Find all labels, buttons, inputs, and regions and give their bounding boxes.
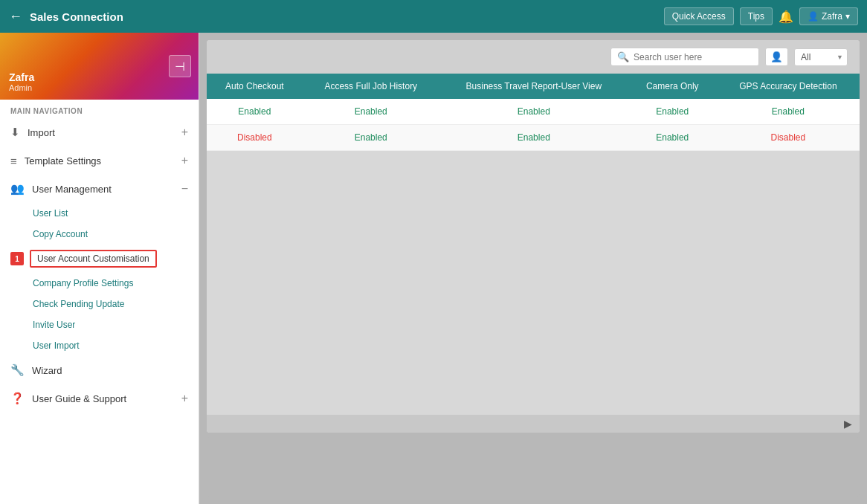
sidebar-wizard-label: Wizard xyxy=(32,365,62,376)
topbar-right: Quick Access Tips 🔔 👤 Zafra ▾ xyxy=(664,7,858,25)
nav-section-label: MAIN NAVIGATION xyxy=(0,100,199,118)
sidebar-item-user-management-left: 👥 User Management xyxy=(10,182,112,196)
search-icon: 🔍 xyxy=(617,51,629,62)
sidebar-item-user-import[interactable]: User Import xyxy=(0,335,199,356)
sidebar: Zafra Admin ⊣ MAIN NAVIGATION ⬇ Import +… xyxy=(0,33,199,504)
sidebar-user-guide-label: User Guide & Support xyxy=(32,393,126,404)
sidebar-item-invite-user[interactable]: Invite User xyxy=(0,314,199,335)
sidebar-item-check-pending-update[interactable]: Check Pending Update xyxy=(0,294,199,314)
topbar: ← Sales Connection Quick Access Tips 🔔 👤… xyxy=(0,0,867,33)
notification-bell-icon[interactable]: 🔔 xyxy=(779,10,793,24)
import-icon: ⬇ xyxy=(10,126,20,139)
app-title: Sales Connection xyxy=(30,10,123,23)
row1-camera-only[interactable]: Enabled xyxy=(628,99,717,125)
row1-access-full-job-history[interactable]: Enabled xyxy=(303,99,439,125)
user-import-label: User Import xyxy=(33,340,80,351)
sidebar-template-settings-label: Template Settings xyxy=(25,155,101,167)
sidebar-item-import-left: ⬇ Import xyxy=(10,126,55,139)
sidebar-user-role: Admin xyxy=(9,83,34,92)
row2-camera-only[interactable]: Enabled xyxy=(628,125,717,151)
user-name-label: Zafra xyxy=(822,11,842,22)
user-icon: 👤 xyxy=(808,11,819,22)
sidebar-item-wizard[interactable]: 🔧 Wizard xyxy=(0,356,199,384)
sidebar-user-info: Zafra Admin xyxy=(9,71,34,92)
sidebar-user-management-label: User Management xyxy=(32,184,112,195)
topbar-left: ← Sales Connection xyxy=(9,9,123,25)
row2-gps-accuracy[interactable]: Disabled xyxy=(717,125,860,151)
search-input[interactable] xyxy=(634,52,745,62)
back-button[interactable]: ← xyxy=(9,9,22,25)
col-business-travel-report: Business Travel Report-User View xyxy=(439,74,628,99)
main-layout: Zafra Admin ⊣ MAIN NAVIGATION ⬇ Import +… xyxy=(0,33,867,504)
sidebar-import-label: Import xyxy=(28,127,55,138)
filter-icon-button[interactable]: 👤 xyxy=(765,48,788,66)
logout-icon: ⊣ xyxy=(175,59,185,74)
row1-auto-checkout[interactable]: Enabled xyxy=(207,99,303,125)
sidebar-item-user-guide-left: ❓ User Guide & Support xyxy=(10,392,126,405)
people-filter-icon: 👤 xyxy=(770,51,783,62)
sidebar-item-company-profile-settings[interactable]: Company Profile Settings xyxy=(0,273,199,294)
sidebar-item-import[interactable]: ⬇ Import + xyxy=(0,118,199,146)
col-access-full-job-history: Access Full Job History xyxy=(303,74,439,99)
sidebar-item-template-settings[interactable]: ≡ Template Settings + xyxy=(0,146,199,175)
table-container: Auto Checkout Access Full Job History Bu… xyxy=(207,74,860,415)
row2-business-travel-report[interactable]: Enabled xyxy=(439,125,628,151)
sidebar-item-user-guide[interactable]: ❓ User Guide & Support + xyxy=(0,384,199,413)
user-account-customisation-label: User Account Customisation xyxy=(30,250,157,268)
col-gps-accuracy: GPS Accuracy Detection xyxy=(717,74,860,99)
content-panel: 🔍 👤 All Active Inactive xyxy=(207,40,860,433)
tips-button[interactable]: Tips xyxy=(740,7,773,25)
template-settings-expand-icon: + xyxy=(181,154,188,167)
logout-button[interactable]: ⊣ xyxy=(169,55,191,77)
sidebar-item-copy-account[interactable]: Copy Account xyxy=(0,224,199,245)
col-camera-only: Camera Only xyxy=(628,74,717,99)
main-content: 🔍 👤 All Active Inactive xyxy=(199,33,867,504)
col-auto-checkout: Auto Checkout xyxy=(207,74,303,99)
import-expand-icon: + xyxy=(181,126,188,139)
scroll-right-icon[interactable]: ▶ xyxy=(844,418,852,430)
row1-gps-accuracy[interactable]: Enabled xyxy=(717,99,860,125)
user-guide-expand-icon: + xyxy=(181,392,188,405)
user-guide-icon: ❓ xyxy=(10,392,25,405)
check-pending-update-label: Check Pending Update xyxy=(33,299,124,309)
user-customisation-table: Auto Checkout Access Full Job History Bu… xyxy=(207,74,860,151)
user-menu-button[interactable]: 👤 Zafra ▾ xyxy=(799,7,858,25)
user-list-label: User List xyxy=(33,208,68,219)
sidebar-item-user-list[interactable]: User List xyxy=(0,203,199,224)
quick-access-button[interactable]: Quick Access xyxy=(664,7,734,25)
scroll-indicator: ▶ xyxy=(207,415,860,433)
sidebar-username: Zafra xyxy=(9,71,34,83)
row2-access-full-job-history[interactable]: Enabled xyxy=(303,125,439,151)
sidebar-item-wizard-left: 🔧 Wizard xyxy=(10,364,62,377)
bottom-panel xyxy=(207,437,860,497)
chevron-down-icon: ▾ xyxy=(845,11,850,22)
table-header-row: Auto Checkout Access Full Job History Bu… xyxy=(207,74,860,99)
sidebar-item-template-settings-left: ≡ Template Settings xyxy=(10,155,101,167)
filter-select[interactable]: All Active Inactive xyxy=(794,48,848,66)
row2-auto-checkout[interactable]: Disabled xyxy=(207,125,303,151)
table-row: Disabled Enabled Enabled Enabled Disable… xyxy=(207,125,860,151)
sidebar-item-user-management[interactable]: 👥 User Management − xyxy=(0,175,199,203)
active-badge: 1 xyxy=(10,252,24,265)
user-management-collapse-icon: − xyxy=(181,182,188,196)
user-management-icon: 👥 xyxy=(10,182,25,196)
template-settings-icon: ≡ xyxy=(10,155,17,167)
search-bar-area: 🔍 👤 All Active Inactive xyxy=(207,40,860,74)
table-row: Enabled Enabled Enabled Enabled Enabled xyxy=(207,99,860,125)
company-profile-settings-label: Company Profile Settings xyxy=(33,278,133,288)
copy-account-label: Copy Account xyxy=(33,229,88,239)
sidebar-item-user-account-customisation[interactable]: 1 User Account Customisation xyxy=(0,245,199,273)
row1-business-travel-report[interactable]: Enabled xyxy=(439,99,628,125)
wizard-icon: 🔧 xyxy=(10,364,25,377)
search-input-wrap: 🔍 xyxy=(610,48,759,66)
invite-user-label: Invite User xyxy=(33,320,75,330)
filter-select-wrap: All Active Inactive xyxy=(794,48,848,66)
sidebar-header: Zafra Admin ⊣ xyxy=(0,33,199,100)
